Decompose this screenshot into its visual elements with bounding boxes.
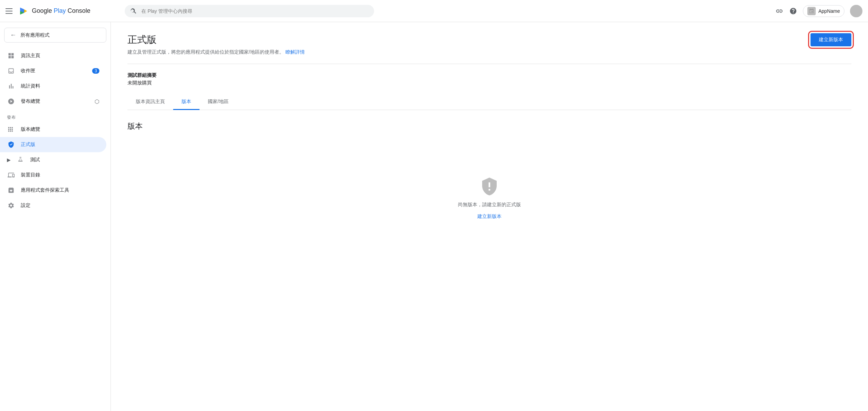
tab-versions[interactable]: 版本: [173, 94, 200, 110]
back-label: 所有應用程式: [20, 32, 50, 38]
section-publish-label: 發布: [0, 109, 110, 122]
hamburger-menu-icon[interactable]: [6, 7, 14, 15]
sidebar-item-stats[interactable]: 統計資料: [0, 79, 106, 94]
app-name-badge[interactable]: AppName: [803, 5, 844, 17]
versions-section-heading: 版本: [127, 121, 851, 131]
sidebar-item-settings[interactable]: 設定: [0, 198, 106, 213]
sidebar-item-testing-label: 測試: [30, 157, 99, 163]
sidebar-item-bundle-explorer-label: 應用程式套件探索工具: [21, 187, 99, 193]
inbox-badge: 3: [92, 68, 99, 74]
empty-state-text: 尚無版本，請建立新的正式版: [458, 202, 521, 208]
summary-section-value: 未開放購買: [127, 80, 851, 86]
settings-icon: [7, 201, 15, 210]
page-header: 正式版 建立新版本: [127, 33, 851, 46]
link-icon[interactable]: [775, 7, 783, 15]
publish-overview-icon-extra: ⬡: [95, 98, 99, 105]
sidebar-item-device-catalog-label: 裝置目錄: [21, 172, 99, 178]
page-subtitle: 建立及管理正式版，將您的應用程式提供給位於指定國家/地區的使用者。 瞭解詳情: [127, 49, 851, 55]
app-name-text: AppName: [818, 8, 840, 14]
bar-chart-icon: [7, 82, 15, 90]
topbar: Google Play Console: [0, 0, 868, 22]
sidebar-item-dashboard-label: 資訊主頁: [21, 53, 99, 59]
testing-icon: [16, 156, 25, 164]
tab-version-info[interactable]: 版本資訊主頁: [127, 94, 173, 110]
main-layout: ← 所有應用程式 資訊主頁 收件匣 3: [0, 22, 868, 411]
search-area: [125, 5, 374, 17]
publish-overview-icon: [7, 97, 15, 106]
expand-arrow-icon: ▶: [7, 157, 11, 163]
sidebar-item-dashboard[interactable]: 資訊主頁: [0, 48, 106, 63]
back-arrow-icon: ←: [10, 31, 16, 39]
sidebar-item-testing[interactable]: ▶ 測試: [0, 152, 106, 167]
back-nav[interactable]: ← 所有應用程式: [4, 28, 106, 43]
sidebar-item-inbox[interactable]: 收件匣 3: [0, 63, 106, 79]
sidebar-item-production-label: 正式版: [21, 141, 99, 148]
create-new-version-button-top[interactable]: 建立新版本: [811, 33, 851, 46]
logo-text: Google Play Console: [32, 7, 90, 15]
search-box: [125, 5, 374, 17]
grid-icon: [7, 52, 15, 60]
sidebar-item-device-catalog[interactable]: 裝置目錄: [0, 167, 106, 183]
sidebar-item-stats-label: 統計資料: [21, 83, 99, 89]
logo-area: Google Play Console: [18, 6, 90, 17]
empty-state: 尚無版本，請建立新的正式版 建立新版本: [127, 148, 851, 234]
sidebar-item-bundle-explorer[interactable]: 應用程式套件探索工具: [0, 183, 106, 198]
sidebar-item-version-overview[interactable]: 版本總覽: [0, 122, 106, 137]
page-title: 正式版: [127, 33, 157, 46]
search-icon: [130, 8, 137, 15]
divider: [127, 64, 851, 64]
tab-countries[interactable]: 國家/地區: [200, 94, 237, 110]
sidebar-item-publish-overview[interactable]: 發布總覽 ⬡: [0, 94, 106, 109]
logo-icon: [18, 6, 29, 17]
create-new-version-link[interactable]: 建立新版本: [477, 213, 502, 220]
inbox-icon: [7, 67, 15, 75]
device-icon: [7, 171, 15, 179]
search-input[interactable]: [141, 8, 369, 14]
versions-icon: [7, 125, 15, 134]
user-avatar[interactable]: [850, 5, 862, 17]
content-area: 正式版 建立新版本 建立及管理正式版，將您的應用程式提供給位於指定國家/地區的使…: [111, 22, 868, 411]
tabs: 版本資訊主頁 版本 國家/地區: [127, 94, 851, 110]
help-icon[interactable]: [789, 7, 797, 15]
sidebar-item-inbox-label: 收件匣: [21, 68, 87, 74]
sidebar-item-production[interactable]: 正式版: [0, 137, 106, 152]
topbar-right: AppName: [775, 5, 862, 17]
bundle-icon: [7, 186, 15, 194]
empty-state-icon: [480, 176, 499, 196]
production-icon: [7, 140, 15, 149]
learn-more-link[interactable]: 瞭解詳情: [285, 49, 305, 55]
sidebar-item-settings-label: 設定: [21, 202, 99, 209]
summary-section-title: 測試群組摘要: [127, 72, 851, 79]
topbar-left: Google Play Console: [6, 6, 116, 17]
sidebar-item-publish-overview-label: 發布總覽: [21, 98, 89, 104]
app-icon: [807, 7, 816, 15]
sidebar: ← 所有應用程式 資訊主頁 收件匣 3: [0, 22, 111, 411]
sidebar-item-version-overview-label: 版本總覽: [21, 126, 99, 133]
